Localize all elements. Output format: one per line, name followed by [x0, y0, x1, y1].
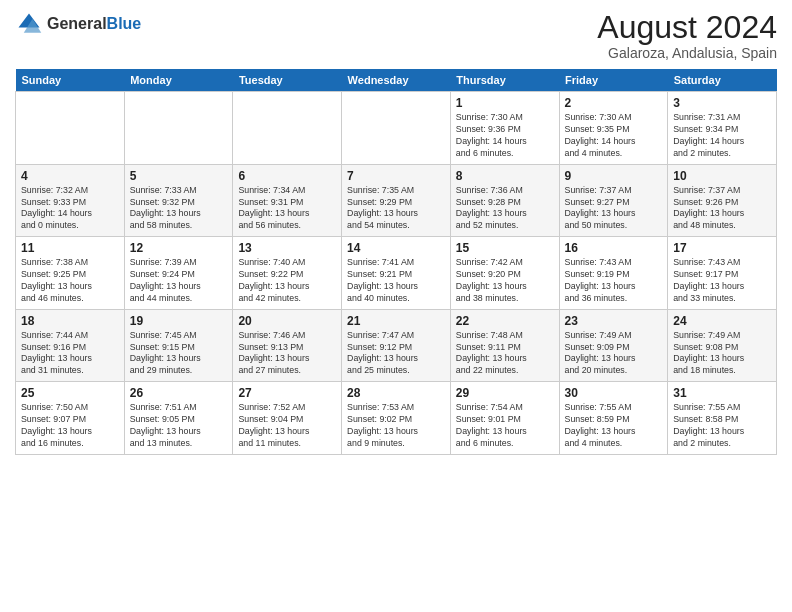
cell-content: Sunrise: 7:38 AM Sunset: 9:25 PM Dayligh… [21, 257, 119, 305]
cell-content: Sunrise: 7:43 AM Sunset: 9:17 PM Dayligh… [673, 257, 771, 305]
cell-content: Sunrise: 7:54 AM Sunset: 9:01 PM Dayligh… [456, 402, 554, 450]
weekday-header-row: Sunday Monday Tuesday Wednesday Thursday… [16, 69, 777, 92]
day-number: 2 [565, 96, 663, 110]
cell-content: Sunrise: 7:52 AM Sunset: 9:04 PM Dayligh… [238, 402, 336, 450]
calendar-cell-5-6: 30Sunrise: 7:55 AM Sunset: 8:59 PM Dayli… [559, 382, 668, 455]
calendar-cell-2-4: 7Sunrise: 7:35 AM Sunset: 9:29 PM Daylig… [342, 164, 451, 237]
header-row: GeneralBlue August 2024 Galaroza, Andalu… [15, 10, 777, 61]
cell-content: Sunrise: 7:41 AM Sunset: 9:21 PM Dayligh… [347, 257, 445, 305]
calendar-cell-5-2: 26Sunrise: 7:51 AM Sunset: 9:05 PM Dayli… [124, 382, 233, 455]
calendar-cell-3-1: 11Sunrise: 7:38 AM Sunset: 9:25 PM Dayli… [16, 237, 125, 310]
calendar-cell-3-4: 14Sunrise: 7:41 AM Sunset: 9:21 PM Dayli… [342, 237, 451, 310]
cell-content: Sunrise: 7:48 AM Sunset: 9:11 PM Dayligh… [456, 330, 554, 378]
page-subtitle: Galaroza, Andalusia, Spain [597, 45, 777, 61]
cell-content: Sunrise: 7:47 AM Sunset: 9:12 PM Dayligh… [347, 330, 445, 378]
cell-content: Sunrise: 7:32 AM Sunset: 9:33 PM Dayligh… [21, 185, 119, 233]
cell-content: Sunrise: 7:35 AM Sunset: 9:29 PM Dayligh… [347, 185, 445, 233]
header-thursday: Thursday [450, 69, 559, 92]
day-number: 11 [21, 241, 119, 255]
day-number: 7 [347, 169, 445, 183]
day-number: 26 [130, 386, 228, 400]
calendar-cell-1-5: 1Sunrise: 7:30 AM Sunset: 9:36 PM Daylig… [450, 92, 559, 165]
day-number: 31 [673, 386, 771, 400]
calendar-cell-5-3: 27Sunrise: 7:52 AM Sunset: 9:04 PM Dayli… [233, 382, 342, 455]
calendar-cell-4-2: 19Sunrise: 7:45 AM Sunset: 9:15 PM Dayli… [124, 309, 233, 382]
header-monday: Monday [124, 69, 233, 92]
day-number: 17 [673, 241, 771, 255]
cell-content: Sunrise: 7:45 AM Sunset: 9:15 PM Dayligh… [130, 330, 228, 378]
calendar-cell-5-7: 31Sunrise: 7:55 AM Sunset: 8:58 PM Dayli… [668, 382, 777, 455]
day-number: 19 [130, 314, 228, 328]
day-number: 4 [21, 169, 119, 183]
calendar-cell-1-1 [16, 92, 125, 165]
page-title: August 2024 [597, 10, 777, 45]
calendar-cell-5-4: 28Sunrise: 7:53 AM Sunset: 9:02 PM Dayli… [342, 382, 451, 455]
day-number: 30 [565, 386, 663, 400]
day-number: 25 [21, 386, 119, 400]
calendar-cell-4-3: 20Sunrise: 7:46 AM Sunset: 9:13 PM Dayli… [233, 309, 342, 382]
calendar-cell-1-6: 2Sunrise: 7:30 AM Sunset: 9:35 PM Daylig… [559, 92, 668, 165]
day-number: 9 [565, 169, 663, 183]
title-block: August 2024 Galaroza, Andalusia, Spain [597, 10, 777, 61]
logo-text: GeneralBlue [47, 15, 141, 33]
logo-icon [15, 10, 43, 38]
calendar-cell-4-1: 18Sunrise: 7:44 AM Sunset: 9:16 PM Dayli… [16, 309, 125, 382]
week-row-5: 25Sunrise: 7:50 AM Sunset: 9:07 PM Dayli… [16, 382, 777, 455]
day-number: 29 [456, 386, 554, 400]
calendar-cell-3-6: 16Sunrise: 7:43 AM Sunset: 9:19 PM Dayli… [559, 237, 668, 310]
cell-content: Sunrise: 7:30 AM Sunset: 9:36 PM Dayligh… [456, 112, 554, 160]
calendar-cell-3-3: 13Sunrise: 7:40 AM Sunset: 9:22 PM Dayli… [233, 237, 342, 310]
week-row-1: 1Sunrise: 7:30 AM Sunset: 9:36 PM Daylig… [16, 92, 777, 165]
day-number: 3 [673, 96, 771, 110]
week-row-4: 18Sunrise: 7:44 AM Sunset: 9:16 PM Dayli… [16, 309, 777, 382]
day-number: 24 [673, 314, 771, 328]
header-friday: Friday [559, 69, 668, 92]
cell-content: Sunrise: 7:34 AM Sunset: 9:31 PM Dayligh… [238, 185, 336, 233]
cell-content: Sunrise: 7:51 AM Sunset: 9:05 PM Dayligh… [130, 402, 228, 450]
calendar-cell-1-7: 3Sunrise: 7:31 AM Sunset: 9:34 PM Daylig… [668, 92, 777, 165]
cell-content: Sunrise: 7:46 AM Sunset: 9:13 PM Dayligh… [238, 330, 336, 378]
day-number: 10 [673, 169, 771, 183]
header-sunday: Sunday [16, 69, 125, 92]
cell-content: Sunrise: 7:55 AM Sunset: 8:58 PM Dayligh… [673, 402, 771, 450]
week-row-2: 4Sunrise: 7:32 AM Sunset: 9:33 PM Daylig… [16, 164, 777, 237]
calendar-cell-1-3 [233, 92, 342, 165]
day-number: 12 [130, 241, 228, 255]
calendar-cell-4-6: 23Sunrise: 7:49 AM Sunset: 9:09 PM Dayli… [559, 309, 668, 382]
header-saturday: Saturday [668, 69, 777, 92]
cell-content: Sunrise: 7:39 AM Sunset: 9:24 PM Dayligh… [130, 257, 228, 305]
calendar-cell-2-7: 10Sunrise: 7:37 AM Sunset: 9:26 PM Dayli… [668, 164, 777, 237]
day-number: 5 [130, 169, 228, 183]
day-number: 18 [21, 314, 119, 328]
header-tuesday: Tuesday [233, 69, 342, 92]
main-container: GeneralBlue August 2024 Galaroza, Andalu… [0, 0, 792, 460]
cell-content: Sunrise: 7:53 AM Sunset: 9:02 PM Dayligh… [347, 402, 445, 450]
calendar-cell-2-5: 8Sunrise: 7:36 AM Sunset: 9:28 PM Daylig… [450, 164, 559, 237]
calendar-cell-1-2 [124, 92, 233, 165]
cell-content: Sunrise: 7:49 AM Sunset: 9:09 PM Dayligh… [565, 330, 663, 378]
calendar-cell-3-7: 17Sunrise: 7:43 AM Sunset: 9:17 PM Dayli… [668, 237, 777, 310]
calendar-cell-4-7: 24Sunrise: 7:49 AM Sunset: 9:08 PM Dayli… [668, 309, 777, 382]
cell-content: Sunrise: 7:55 AM Sunset: 8:59 PM Dayligh… [565, 402, 663, 450]
cell-content: Sunrise: 7:37 AM Sunset: 9:27 PM Dayligh… [565, 185, 663, 233]
calendar-cell-4-5: 22Sunrise: 7:48 AM Sunset: 9:11 PM Dayli… [450, 309, 559, 382]
calendar-table: Sunday Monday Tuesday Wednesday Thursday… [15, 69, 777, 455]
calendar-cell-2-1: 4Sunrise: 7:32 AM Sunset: 9:33 PM Daylig… [16, 164, 125, 237]
calendar-cell-3-5: 15Sunrise: 7:42 AM Sunset: 9:20 PM Dayli… [450, 237, 559, 310]
calendar-cell-2-6: 9Sunrise: 7:37 AM Sunset: 9:27 PM Daylig… [559, 164, 668, 237]
cell-content: Sunrise: 7:36 AM Sunset: 9:28 PM Dayligh… [456, 185, 554, 233]
cell-content: Sunrise: 7:30 AM Sunset: 9:35 PM Dayligh… [565, 112, 663, 160]
day-number: 13 [238, 241, 336, 255]
day-number: 28 [347, 386, 445, 400]
cell-content: Sunrise: 7:44 AM Sunset: 9:16 PM Dayligh… [21, 330, 119, 378]
day-number: 27 [238, 386, 336, 400]
calendar-cell-3-2: 12Sunrise: 7:39 AM Sunset: 9:24 PM Dayli… [124, 237, 233, 310]
cell-content: Sunrise: 7:49 AM Sunset: 9:08 PM Dayligh… [673, 330, 771, 378]
calendar-cell-2-2: 5Sunrise: 7:33 AM Sunset: 9:32 PM Daylig… [124, 164, 233, 237]
cell-content: Sunrise: 7:43 AM Sunset: 9:19 PM Dayligh… [565, 257, 663, 305]
day-number: 6 [238, 169, 336, 183]
day-number: 14 [347, 241, 445, 255]
day-number: 1 [456, 96, 554, 110]
cell-content: Sunrise: 7:37 AM Sunset: 9:26 PM Dayligh… [673, 185, 771, 233]
calendar-cell-4-4: 21Sunrise: 7:47 AM Sunset: 9:12 PM Dayli… [342, 309, 451, 382]
